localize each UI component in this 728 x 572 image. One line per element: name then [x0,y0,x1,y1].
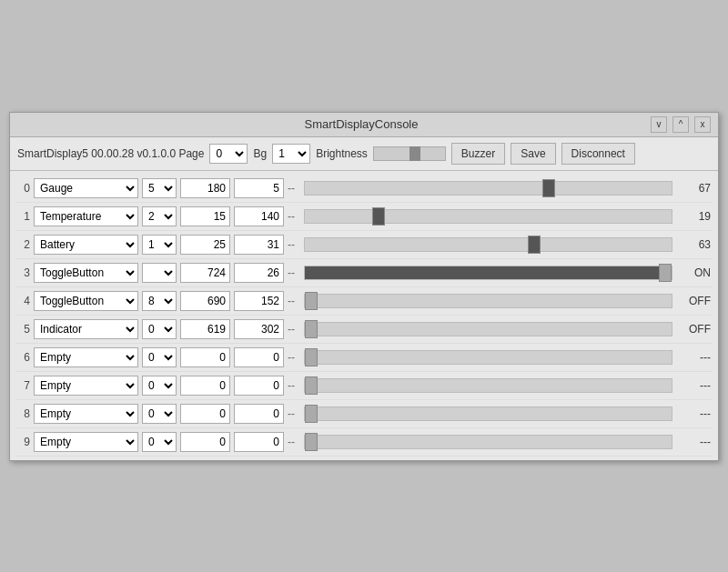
row-typenum-select[interactable]: 0 [142,404,177,424]
slider-container: 67 [304,181,711,196]
row-typenum-select[interactable] [142,263,177,283]
row-typenum-select[interactable]: 0 [142,347,177,367]
row-val2-input[interactable] [234,376,284,396]
row-val2-input[interactable] [234,404,284,424]
row-type-select[interactable]: Empty [34,376,138,396]
table-row: 8 Empty 0 -- --- [15,400,713,428]
row-val1-input[interactable] [180,291,230,311]
row-val2-input[interactable] [234,347,284,367]
row-number: 9 [17,436,30,448]
row-slider[interactable] [304,406,672,421]
row-type-select[interactable]: Battery [34,235,138,255]
row-slider[interactable] [304,209,672,224]
row-typenum-select[interactable]: 8 [142,291,177,311]
row-dash: -- [288,182,300,195]
row-dash: -- [288,295,300,307]
row-number: 5 [17,323,30,336]
window-controls: v ^ x [651,116,711,133]
table-row: 6 Empty 0 -- --- [15,344,713,372]
brightness-label: Brightness [316,147,368,160]
row-type-select[interactable]: ToggleButton [34,291,138,311]
row-display-value: 63 [678,238,711,251]
slider-container: --- [304,435,711,449]
row-dash: -- [288,266,300,279]
table-row: 0 Gauge 5 -- 67 [15,175,713,203]
row-type-select[interactable]: Indicator [34,319,138,339]
close-button[interactable]: x [694,116,711,133]
row-slider[interactable] [304,350,672,365]
row-type-select[interactable]: Empty [34,404,138,424]
row-display-value: ON [678,266,711,279]
row-val1-input[interactable] [180,263,230,283]
slider-container: --- [304,350,711,365]
slider-container: --- [304,406,711,421]
row-val1-input[interactable] [180,319,230,339]
row-typenum-select[interactable]: 1 [142,235,177,255]
rows-container: 0 Gauge 5 -- 67 1 Temperature 2 -- 19 2 [10,171,718,460]
table-row: 4 ToggleButton 8 -- OFF [15,287,713,316]
row-typenum-select[interactable]: 2 [142,206,177,226]
brightness-slider[interactable] [373,146,446,161]
row-slider[interactable] [304,181,672,196]
row-typenum-select[interactable]: 5 [142,178,177,198]
row-val2-input[interactable] [234,432,284,452]
row-type-select[interactable]: Gauge [34,178,138,198]
row-display-value: --- [678,351,711,364]
row-slider[interactable] [304,322,672,336]
page-select[interactable]: 0 1 2 [209,144,248,164]
table-row: 3 ToggleButton -- ON [15,259,713,287]
row-dash: -- [288,238,300,251]
row-number: 3 [17,266,30,279]
bg-label: Bg [253,147,267,160]
row-type-select[interactable]: ToggleButton [34,263,138,283]
row-number: 6 [17,351,30,364]
row-val1-input[interactable] [180,235,230,255]
slider-container: OFF [304,294,711,308]
row-slider[interactable] [304,266,672,280]
row-display-value: --- [678,379,711,392]
table-row: 2 Battery 1 -- 63 [15,231,713,259]
main-window: SmartDisplayConsole v ^ x SmartDisplay5 … [9,112,719,461]
row-val1-input[interactable] [180,376,230,396]
slider-container: --- [304,378,711,393]
buzzer-button[interactable]: Buzzer [451,143,505,165]
row-slider[interactable] [304,237,672,252]
row-val1-input[interactable] [180,206,230,226]
slider-container: 63 [304,237,711,252]
row-val1-input[interactable] [180,347,230,367]
row-type-select[interactable]: Temperature [34,206,138,226]
row-type-select[interactable]: Empty [34,432,138,452]
window-title: SmartDisplayConsole [72,117,651,131]
maximize-button[interactable]: ^ [672,116,689,133]
row-slider[interactable] [304,294,672,308]
disconnect-button[interactable]: Disconnect [561,143,635,165]
row-display-value: OFF [678,295,711,307]
row-typenum-select[interactable]: 0 [142,432,177,452]
row-dash: -- [288,351,300,364]
row-type-select[interactable]: Empty [34,347,138,367]
row-val2-input[interactable] [234,178,284,198]
row-typenum-select[interactable]: 0 [142,319,177,339]
row-val2-input[interactable] [234,263,284,283]
row-display-value: 67 [678,182,711,195]
row-number: 4 [17,295,30,307]
row-slider[interactable] [304,378,672,393]
row-display-value: --- [678,407,711,420]
save-button[interactable]: Save [511,143,555,165]
row-typenum-select[interactable]: 0 [142,376,177,396]
row-number: 1 [17,210,30,223]
row-number: 0 [17,182,30,195]
row-val2-input[interactable] [234,235,284,255]
minimize-button[interactable]: v [651,116,667,133]
row-val2-input[interactable] [234,291,284,311]
bg-select[interactable]: 0 1 2 [272,144,310,164]
row-val2-input[interactable] [234,319,284,339]
device-label: SmartDisplay5 00.00.28 v0.1.0.0 Page [17,147,204,160]
row-val1-input[interactable] [180,404,230,424]
row-slider[interactable] [304,435,672,449]
row-val2-input[interactable] [234,206,284,226]
table-row: 9 Empty 0 -- --- [15,428,713,457]
row-val1-input[interactable] [180,178,230,198]
row-display-value: --- [678,436,711,448]
row-val1-input[interactable] [180,432,230,452]
